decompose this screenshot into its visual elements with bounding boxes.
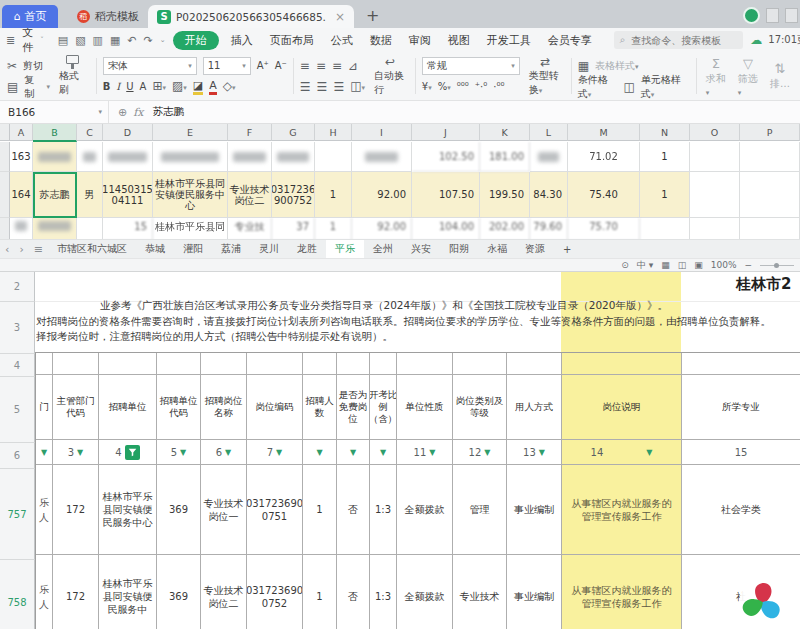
cell-unit[interactable]: 桂林市平乐县同安镇便民服务中 xyxy=(99,555,157,629)
font-size-select[interactable]: 11 ▾ xyxy=(203,57,251,75)
sheet-tab-4[interactable]: 灵川 xyxy=(250,240,288,258)
empty-cell[interactable] xyxy=(247,353,303,375)
page-view-icon[interactable]: ◫ xyxy=(678,260,687,270)
file-menu[interactable]: 文件 xyxy=(22,25,33,55)
cell-post[interactable]: 专业技术岗位二 xyxy=(201,555,247,629)
cell-o164[interactable] xyxy=(690,172,740,218)
copy-button[interactable]: 复制 xyxy=(24,73,40,101)
zoom-out-button[interactable]: − xyxy=(744,260,752,270)
cell-p163[interactable] xyxy=(740,142,800,172)
undo-icon[interactable]: ↶ xyxy=(127,34,136,47)
cell-dept-code[interactable]: 172 xyxy=(53,555,99,629)
header-ratio[interactable]: 开考比例（含） xyxy=(370,375,397,440)
increase-font-icon[interactable]: A⁺ xyxy=(257,60,269,71)
sheet-tab-5[interactable]: 龙胜 xyxy=(288,240,326,258)
cell-l163-redacted[interactable] xyxy=(530,142,568,172)
cell-e163-redacted[interactable] xyxy=(153,142,228,172)
preview-icon[interactable]: ▦ xyxy=(110,34,120,47)
empty-cell[interactable] xyxy=(36,353,53,375)
sheet-tab-3[interactable]: 荔浦 xyxy=(212,240,250,258)
cell-dept-partial[interactable]: 乐人 xyxy=(36,465,53,555)
window-control-partial[interactable] xyxy=(785,8,798,23)
header-nature[interactable]: 单位性质 xyxy=(397,375,453,440)
cell-unit-code[interactable]: 369 xyxy=(157,465,201,555)
cell-nature[interactable]: 全额拨款 xyxy=(397,555,453,629)
type-convert-button[interactable]: ⇄ 类型转换▾ xyxy=(526,55,565,97)
command-search-box[interactable]: ⌕ xyxy=(614,31,744,49)
home-tab[interactable]: ⌂ 首页 xyxy=(2,5,58,28)
empty-cell[interactable] xyxy=(53,353,99,375)
cell-g163-redacted[interactable] xyxy=(272,142,315,172)
cell-free[interactable]: 否 xyxy=(337,555,370,629)
print-icon[interactable]: ▥ xyxy=(93,34,103,47)
cell-a165-redacted[interactable] xyxy=(10,218,33,239)
cell-b163-redacted[interactable] xyxy=(33,142,77,172)
presence-icon[interactable] xyxy=(743,7,760,24)
filter-cell[interactable]: 3▼ xyxy=(53,440,99,465)
cell-m163[interactable]: 71.02 xyxy=(568,142,640,172)
cell-category[interactable]: 管理 xyxy=(453,465,507,555)
strikethrough-button[interactable]: A xyxy=(140,81,147,92)
col-header-j[interactable]: J xyxy=(412,124,480,141)
cell-c164[interactable]: 男 xyxy=(77,172,103,218)
ribbon-tab-insert[interactable]: 插入 xyxy=(226,31,258,50)
fill-color-icon[interactable]: ◪ xyxy=(193,79,203,95)
cell-ratio[interactable]: 1:3 xyxy=(370,555,397,629)
header-category[interactable]: 岗位类别及等级 xyxy=(453,375,507,440)
cell-post-code[interactable]: 0317236900751 xyxy=(247,465,303,555)
align-middle-icon[interactable]: ≡ xyxy=(316,60,326,72)
font-color-icon[interactable]: A xyxy=(209,79,217,95)
filter-cell[interactable]: 11▼ xyxy=(397,440,453,465)
cell-e165[interactable]: 桂林市平乐县同 xyxy=(153,218,228,239)
break-view-icon[interactable]: ▣ xyxy=(694,260,703,270)
document-tab[interactable]: S P020250620566305466685.xls × xyxy=(148,5,354,28)
window-control-partial[interactable] xyxy=(766,8,779,23)
cell-free[interactable]: 否 xyxy=(337,465,370,555)
empty-cell[interactable] xyxy=(397,353,453,375)
next-sheet-icon[interactable]: › xyxy=(14,243,28,256)
filter-button[interactable]: ▽ 筛选▾ xyxy=(735,55,761,97)
header-mode[interactable]: 用人方式 xyxy=(507,375,562,440)
row-number-filtered[interactable]: 757 xyxy=(0,469,35,560)
decrease-font-icon[interactable]: A⁻ xyxy=(275,60,287,71)
sort-button[interactable]: ⇅ 排… xyxy=(767,55,793,97)
clear-format-icon[interactable]: ◇▾ xyxy=(223,80,236,94)
prev-sheet-icon[interactable]: ‹ xyxy=(0,243,14,256)
cell-style-button[interactable]: 单元格样式▾ xyxy=(641,73,690,101)
col-header-l[interactable]: L xyxy=(530,124,568,141)
language-indicator[interactable]: 中 ▾ xyxy=(637,259,653,272)
ribbon-tab-dev-tools[interactable]: 开发工具 xyxy=(482,31,536,50)
row-number-filtered[interactable]: 758 xyxy=(0,560,35,629)
empty-cell[interactable] xyxy=(99,353,157,375)
cell-i165[interactable]: 92.00 xyxy=(352,218,412,239)
thousands-icon[interactable]: ⁰⁰⁰ xyxy=(457,81,469,92)
number-format-select[interactable]: 常规 ▾ xyxy=(422,57,520,75)
cell-k164[interactable]: 199.50 xyxy=(480,172,530,218)
cell-nature[interactable]: 全额拨款 xyxy=(397,465,453,555)
empty-cell[interactable] xyxy=(370,353,397,375)
cell-l164[interactable]: 84.30 xyxy=(530,172,568,218)
cell-f165[interactable]: 专业技 xyxy=(228,218,272,239)
align-left-icon[interactable]: ☰ xyxy=(300,81,311,93)
empty-cell[interactable] xyxy=(682,353,800,375)
header-dept-code[interactable]: 主管部门代码 xyxy=(53,375,99,440)
eye-protect-icon[interactable]: ⊙ xyxy=(621,260,629,270)
filter-cell-highlighted[interactable]: 14▼ xyxy=(562,440,682,465)
align-right-icon[interactable]: ☰ xyxy=(333,81,344,93)
empty-cell[interactable] xyxy=(157,353,201,375)
col-header-k[interactable]: K xyxy=(480,124,530,141)
row-number[interactable]: 6 xyxy=(0,443,35,469)
filter-cell[interactable]: 7▼ xyxy=(247,440,303,465)
ribbon-tab-member[interactable]: 会员专享 xyxy=(543,31,597,50)
header-major[interactable]: 所学专业 xyxy=(682,375,800,440)
underline-button[interactable]: U xyxy=(126,81,133,92)
cell-l165[interactable]: 79.60 xyxy=(530,218,568,239)
cell-dept-partial[interactable]: 乐人 xyxy=(36,555,53,629)
cell-b165-redacted[interactable] xyxy=(33,218,77,239)
output-icon[interactable]: ▧ xyxy=(75,34,85,47)
normal-view-icon[interactable]: ▦ xyxy=(661,260,670,270)
col-header-h[interactable]: H xyxy=(315,124,352,141)
cell-m164[interactable]: 75.40 xyxy=(568,172,640,218)
cell-k163[interactable]: 181.00 xyxy=(480,142,530,172)
row-number[interactable]: 3 xyxy=(0,302,35,354)
